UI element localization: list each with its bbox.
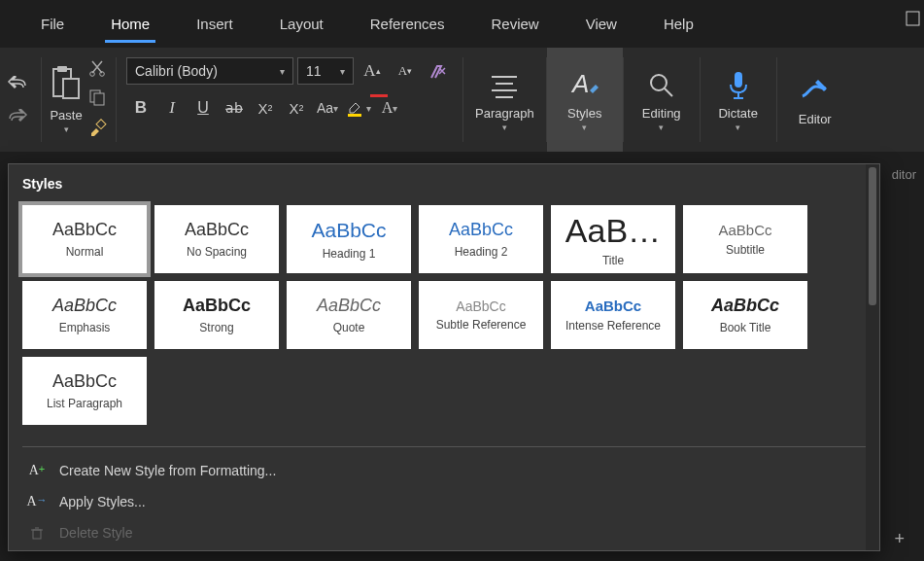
tab-view[interactable]: View xyxy=(563,0,640,47)
underline-button[interactable]: U xyxy=(188,94,218,122)
style-sample: AaBbCc xyxy=(456,298,505,315)
italic-button[interactable]: I xyxy=(157,94,187,122)
copy-button[interactable] xyxy=(88,88,108,110)
clear-formatting-button[interactable] xyxy=(424,57,453,85)
font-group: Calibri (Body)▾ 11▾ A▴ A▾ B I U a̶b̶ X2 … xyxy=(117,48,462,152)
clipboard-group: Paste ▾ xyxy=(42,48,116,152)
editor-button[interactable]: Editor xyxy=(777,48,853,152)
collapse-ribbon-icon[interactable] xyxy=(905,10,922,31)
style-sample: AaBbCc xyxy=(718,222,771,239)
tab-home[interactable]: Home xyxy=(87,0,173,47)
tab-help[interactable]: Help xyxy=(640,0,717,47)
panel-scrollbar[interactable] xyxy=(866,164,879,550)
styles-panel-title: Styles xyxy=(22,176,866,192)
style-card-normal[interactable]: AaBbCcNormal xyxy=(22,205,147,273)
style-name-label: Subtitle xyxy=(726,243,765,257)
change-case-button[interactable]: Aa▾ xyxy=(313,94,342,122)
shrink-font-button[interactable]: A▾ xyxy=(391,57,420,85)
tab-layout[interactable]: Layout xyxy=(257,0,347,47)
style-card-no-spacing[interactable]: AaBbCcNo Spacing xyxy=(154,205,279,273)
zoom-plus-icon[interactable]: + xyxy=(894,529,905,549)
ribbon: Paste ▾ Calibri (Body)▾ 11▾ A▴ A▾ B I U … xyxy=(0,47,924,152)
font-family-select[interactable]: Calibri (Body)▾ xyxy=(126,57,293,85)
tab-file[interactable]: File xyxy=(17,0,87,47)
style-card-strong[interactable]: AaBbCcStrong xyxy=(154,281,279,349)
style-sample: AaBbCc xyxy=(585,298,641,315)
highlight-button[interactable]: ▾ xyxy=(344,94,373,122)
svg-rect-0 xyxy=(907,12,919,25)
trash-icon xyxy=(26,526,48,540)
style-name-label: Intense Reference xyxy=(565,319,661,333)
style-name-label: Heading 2 xyxy=(455,245,508,259)
background-text: ditor xyxy=(892,167,916,182)
style-card-subtle-reference[interactable]: AaBbCcSubtle Reference xyxy=(419,281,543,349)
style-sample: AaB… xyxy=(565,211,661,251)
tab-insert[interactable]: Insert xyxy=(173,0,257,47)
font-size-select[interactable]: 11▾ xyxy=(297,57,354,85)
superscript-button[interactable]: X2 xyxy=(282,94,311,122)
paste-label: Paste xyxy=(50,108,82,123)
style-sample: AaBbCc xyxy=(52,296,117,317)
delete-style-action: Delete Style xyxy=(22,517,866,548)
style-sample: AaBbCc xyxy=(185,220,249,241)
style-name-label: Book Title xyxy=(720,321,771,334)
svg-line-16 xyxy=(665,88,672,96)
svg-rect-9 xyxy=(348,114,361,117)
paste-button[interactable]: Paste ▾ xyxy=(50,65,83,134)
style-card-emphasis[interactable]: AaBbCcEmphasis xyxy=(22,281,147,349)
styles-button[interactable]: A Styles ▾ xyxy=(547,48,623,152)
svg-rect-8 xyxy=(96,119,106,128)
style-name-label: Subtle Reference xyxy=(436,318,527,332)
style-name-label: Emphasis xyxy=(59,321,111,334)
style-name-label: List Paragraph xyxy=(47,397,122,410)
style-card-subtitle[interactable]: AaBbCcSubtitle xyxy=(683,205,807,273)
svg-rect-2 xyxy=(57,66,67,72)
svg-rect-7 xyxy=(94,93,104,105)
redo-button[interactable] xyxy=(4,103,31,130)
style-sample: AaBbCc xyxy=(52,371,117,393)
tab-references[interactable]: References xyxy=(347,0,468,47)
style-card-heading-1[interactable]: AaBbCcHeading 1 xyxy=(287,205,411,273)
style-sample: AaBbCc xyxy=(52,220,117,241)
svg-point-15 xyxy=(651,75,667,90)
style-card-intense-reference[interactable]: AaBbCcIntense Reference xyxy=(551,281,675,349)
style-card-list-paragraph[interactable]: AaBbCcList Paragraph xyxy=(22,357,147,425)
style-name-label: Title xyxy=(602,254,624,267)
grow-font-button[interactable]: A▴ xyxy=(358,57,387,85)
svg-rect-17 xyxy=(735,72,742,88)
apply-styles-action[interactable]: A→ Apply Styles... xyxy=(22,486,866,517)
bold-button[interactable]: B xyxy=(126,94,155,122)
styles-panel: Styles AaBbCcNormalAaBbCcNo SpacingAaBbC… xyxy=(8,163,880,551)
create-new-style-action[interactable]: A+ Create New Style from Formatting... xyxy=(22,455,866,486)
ribbon-tabs: File Home Insert Layout References Revie… xyxy=(0,0,924,47)
style-sample: AaBbCc xyxy=(711,296,779,317)
style-sample: AaBbCc xyxy=(311,218,386,242)
undo-button[interactable] xyxy=(4,70,31,97)
style-name-label: Heading 1 xyxy=(323,247,376,261)
dictate-button[interactable]: Dictate ▾ xyxy=(701,48,776,152)
style-grid: AaBbCcNormalAaBbCcNo SpacingAaBbCcHeadin… xyxy=(22,205,866,425)
style-name-label: Normal xyxy=(66,245,104,259)
style-name-label: Quote xyxy=(333,321,365,334)
style-card-title[interactable]: AaB…Title xyxy=(551,205,675,273)
style-card-heading-2[interactable]: AaBbCcHeading 2 xyxy=(419,205,543,273)
format-painter-button[interactable] xyxy=(88,118,108,141)
cut-button[interactable] xyxy=(88,59,108,81)
style-sample: AaBbCc xyxy=(317,296,381,317)
style-card-quote[interactable]: AaBbCcQuote xyxy=(287,281,411,349)
a-arrow-icon: A→ xyxy=(26,494,48,509)
quick-access xyxy=(0,48,41,152)
editing-button[interactable]: Editing ▾ xyxy=(624,48,700,152)
subscript-button[interactable]: X2 xyxy=(251,94,280,122)
svg-text:A: A xyxy=(570,69,589,98)
svg-rect-18 xyxy=(33,530,41,539)
tab-review[interactable]: Review xyxy=(467,0,562,47)
style-sample: AaBbCc xyxy=(449,220,513,241)
style-card-book-title[interactable]: AaBbCcBook Title xyxy=(683,281,807,349)
strikethrough-button[interactable]: a̶b̶ xyxy=(220,94,249,122)
style-name-label: Strong xyxy=(199,321,233,334)
paragraph-button[interactable]: Paragraph ▾ xyxy=(463,48,546,152)
a-plus-icon: A+ xyxy=(26,463,48,478)
font-color-button[interactable]: A▾ xyxy=(375,94,404,122)
style-sample: AaBbCc xyxy=(183,296,251,317)
